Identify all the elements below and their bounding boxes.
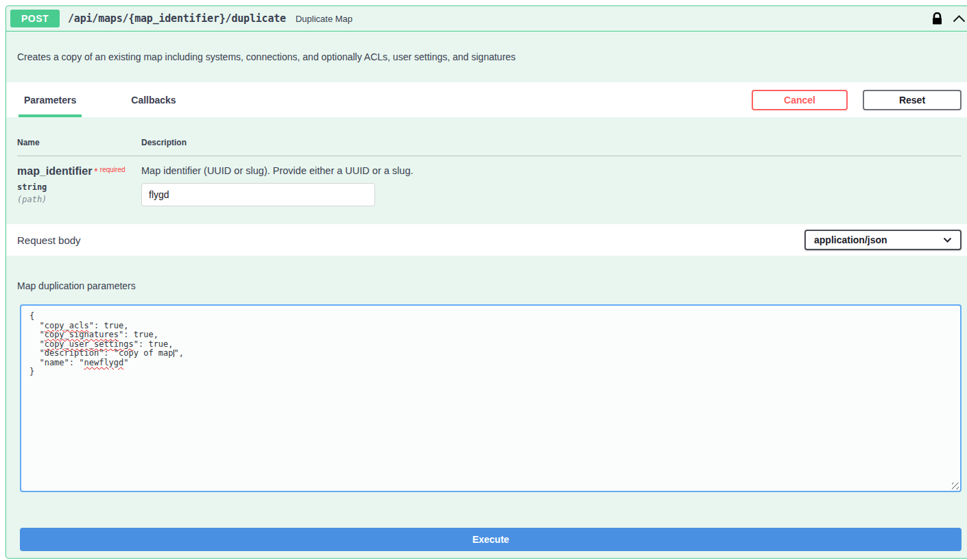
column-header-description: Description xyxy=(141,138,187,147)
media-type-select[interactable]: application/json xyxy=(804,230,962,250)
request-body-editor[interactable]: { "copy_acls": true, "copy_signatures": … xyxy=(20,304,962,492)
request-body-json: { "copy_acls": true, "copy_signatures": … xyxy=(29,312,952,377)
cancel-button[interactable]: Cancel xyxy=(752,90,848,110)
http-method-badge: POST xyxy=(10,10,60,27)
column-header-name: Name xyxy=(17,138,141,147)
endpoint-summary: Duplicate Map xyxy=(296,14,353,24)
tab-callbacks[interactable]: Callbacks xyxy=(131,82,176,117)
reset-button[interactable]: Reset xyxy=(863,90,962,110)
tab-parameters[interactable]: Parameters xyxy=(24,82,76,117)
parameter-type: string xyxy=(17,182,141,192)
required-label: required xyxy=(100,166,126,173)
parameters-section: Name Description map_identifier*required… xyxy=(6,117,967,224)
chevron-up-icon[interactable] xyxy=(953,15,966,23)
lock-icon[interactable] xyxy=(931,12,943,25)
request-body-title: Map duplication parameters xyxy=(17,280,962,291)
parameter-description-cell: Map identifier (UUID or slug). Provide e… xyxy=(141,165,413,206)
table-header-divider xyxy=(17,156,962,156)
parameter-name: map_identifier xyxy=(17,165,92,177)
parameter-description: Map identifier (UUID or slug). Provide e… xyxy=(141,165,413,176)
parameter-name-cell: map_identifier*required string (path) xyxy=(17,165,141,206)
operation-summary-bar[interactable]: POST /api/maps/{map_identifier}/duplicat… xyxy=(6,6,967,32)
parameter-location: (path) xyxy=(17,195,141,204)
required-star: * xyxy=(94,166,97,177)
parameters-table-header: Name Description xyxy=(17,138,962,147)
resize-grip[interactable] xyxy=(952,483,959,489)
table-row: map_identifier*required string (path) Ma… xyxy=(17,165,962,206)
map-identifier-input[interactable] xyxy=(141,183,375,206)
request-body-label: Request body xyxy=(17,234,81,246)
tab-row: Parameters Callbacks Cancel Reset xyxy=(6,82,967,117)
execute-button[interactable]: Execute xyxy=(20,528,962,551)
chevron-down-icon xyxy=(943,237,952,243)
request-body-section: Map duplication parameters { "copy_acls"… xyxy=(6,256,967,558)
request-body-header: Request body application/json xyxy=(6,224,967,256)
operation-block-post-duplicate-map: POST /api/maps/{map_identifier}/duplicat… xyxy=(5,5,967,559)
operation-description: Creates a copy of an existing map includ… xyxy=(6,32,967,82)
media-type-value: application/json xyxy=(814,234,887,245)
endpoint-path: /api/maps/{map_identifier}/duplicate xyxy=(68,12,286,25)
